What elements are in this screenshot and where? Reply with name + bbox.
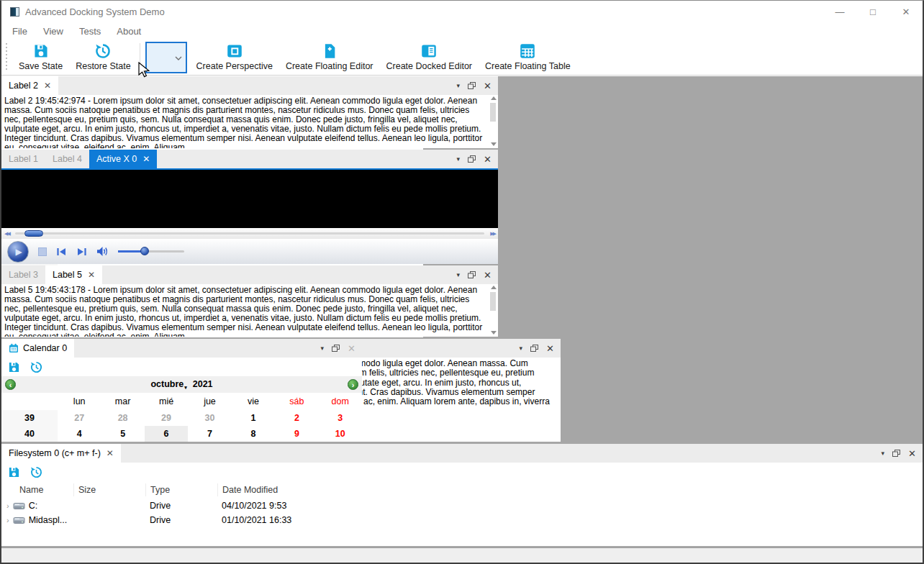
close-icon[interactable]: ✕ xyxy=(484,154,492,165)
tab-label-3[interactable]: Label 3 xyxy=(1,265,45,284)
perspective-combobox[interactable] xyxy=(145,42,187,73)
fast-forward-icon[interactable]: ▶▶ xyxy=(490,231,495,237)
calendar-day[interactable]: 27 xyxy=(58,410,101,426)
tab-calendar-0[interactable]: Calendar 0 xyxy=(1,339,74,358)
save-state-button[interactable]: Save State xyxy=(12,41,69,74)
create-floating-table-button[interactable]: Create Floating Table xyxy=(479,41,577,74)
close-icon[interactable]: ✕ xyxy=(484,270,492,281)
expander-icon[interactable]: › xyxy=(6,516,9,524)
scroll-up-icon[interactable] xyxy=(491,286,497,289)
tab-menu-icon[interactable]: ▾ xyxy=(457,82,461,89)
save-icon[interactable] xyxy=(8,466,20,478)
seek-handle[interactable] xyxy=(24,230,43,237)
close-icon[interactable]: ✕ xyxy=(107,448,114,458)
scroll-down-icon[interactable] xyxy=(491,142,497,146)
create-floating-editor-button[interactable]: Create Floating Editor xyxy=(279,41,380,74)
tab-menu-icon[interactable]: ▾ xyxy=(882,450,885,457)
menu-item[interactable]: View xyxy=(35,26,71,37)
close-icon[interactable]: ✕ xyxy=(88,270,95,280)
tab-label-4[interactable]: Label 4 xyxy=(45,150,89,168)
close-icon[interactable]: ✕ xyxy=(908,448,916,459)
rewind-icon[interactable]: ◀◀ xyxy=(4,231,9,237)
table-row[interactable]: › C: Drive 04/10/2021 9:53 xyxy=(1,499,923,513)
window-minimize-button[interactable]: — xyxy=(823,1,856,22)
seek-bar: ◀◀ ▶▶ xyxy=(1,228,498,239)
tab-label-5[interactable]: Label 5 ✕ xyxy=(45,265,102,284)
calendar-day[interactable]: 30 xyxy=(188,410,231,426)
tab-menu-icon[interactable]: ▾ xyxy=(520,345,523,352)
column-header[interactable]: Name xyxy=(1,483,73,496)
expander-icon[interactable]: › xyxy=(6,501,9,510)
calendar-day[interactable]: 28 xyxy=(101,410,144,426)
calendar-day[interactable]: 6 xyxy=(145,426,188,442)
close-icon[interactable]: ✕ xyxy=(546,343,554,354)
menu-item[interactable]: About xyxy=(109,26,149,37)
scrollbar[interactable] xyxy=(490,96,497,146)
previous-button[interactable] xyxy=(56,247,67,256)
restore-icon[interactable] xyxy=(30,466,42,478)
float-icon[interactable] xyxy=(530,345,538,352)
restore-state-button[interactable]: Restore State xyxy=(69,41,137,74)
restore-icon[interactable] xyxy=(30,361,42,373)
year-label[interactable]: 2021 xyxy=(193,379,213,389)
column-header[interactable]: Size xyxy=(73,483,145,496)
next-button[interactable] xyxy=(76,247,87,256)
calendar-day[interactable]: 1 xyxy=(232,410,275,426)
stop-button[interactable] xyxy=(38,247,47,256)
menu-item[interactable]: Tests xyxy=(71,26,109,37)
tab-label: Label 2 xyxy=(9,81,38,91)
prev-month-icon[interactable]: ‹ xyxy=(5,379,16,390)
calendar-day[interactable]: 9 xyxy=(275,426,318,442)
save-icon[interactable] xyxy=(8,361,20,373)
float-icon[interactable] xyxy=(468,82,476,89)
tab-menu-icon[interactable]: ▾ xyxy=(321,345,325,352)
calendar-day[interactable]: 8 xyxy=(232,426,275,442)
volume-slider[interactable] xyxy=(118,250,184,253)
next-month-icon[interactable]: › xyxy=(348,379,358,390)
calendar-day[interactable]: 3 xyxy=(319,410,362,426)
tab-label-1[interactable]: Label 1 xyxy=(1,150,45,168)
scroll-down-icon[interactable] xyxy=(491,331,497,335)
tab-filesystem-0[interactable]: Filesystem 0 (c+ m+ f-) ✕ xyxy=(1,444,121,463)
calendar-day[interactable]: 10 xyxy=(319,426,362,442)
volume-icon[interactable] xyxy=(96,246,109,257)
table-row[interactable]: › Midaspl... Drive 01/10/2021 16:33 xyxy=(1,513,923,527)
menu-item[interactable]: File xyxy=(4,26,35,37)
close-icon[interactable]: ✕ xyxy=(44,81,51,91)
tab-menu-icon[interactable]: ▾ xyxy=(457,155,461,163)
calendar-day[interactable]: 2 xyxy=(275,410,318,426)
close-icon[interactable]: ✕ xyxy=(484,81,492,91)
calendar-title[interactable]: octubre▾2021 xyxy=(16,379,348,391)
float-icon[interactable] xyxy=(892,450,900,457)
scrollbar[interactable] xyxy=(490,286,497,335)
close-icon[interactable]: ✕ xyxy=(142,154,150,164)
close-icon[interactable]: ✕ xyxy=(348,343,355,354)
tree-header: Name Size Type Date Modified xyxy=(1,481,923,499)
float-icon[interactable] xyxy=(468,271,476,278)
create-docked-editor-button[interactable]: Create Docked Editor xyxy=(380,41,479,74)
create-perspective-button[interactable]: Create Perspective xyxy=(190,41,279,74)
scroll-up-icon[interactable] xyxy=(491,96,497,100)
column-header[interactable]: Date Modified xyxy=(217,483,923,496)
label5-text: Label 5 19:45:43:178 - Lorem ipsum dolor… xyxy=(1,284,498,337)
toolbar-drag-handle[interactable] xyxy=(4,43,9,72)
calendar-day[interactable]: 4 xyxy=(58,426,101,442)
month-label[interactable]: octubre xyxy=(150,379,184,389)
calendar-day[interactable]: 29 xyxy=(145,410,188,426)
float-icon[interactable] xyxy=(332,345,340,352)
seek-track[interactable] xyxy=(15,232,484,235)
window-maximize-button[interactable]: □ xyxy=(856,1,889,22)
scroll-thumb[interactable] xyxy=(490,292,496,311)
window-close-button[interactable]: ✕ xyxy=(889,1,923,22)
panel-title-buttons: ▾ ✕ xyxy=(457,76,498,95)
tab-menu-icon[interactable]: ▾ xyxy=(457,271,461,278)
volume-handle[interactable] xyxy=(140,247,149,255)
tab-active-x-0[interactable]: Active X 0 ✕ xyxy=(89,150,157,168)
calendar-day[interactable]: 7 xyxy=(188,426,231,442)
float-icon[interactable] xyxy=(468,155,476,163)
calendar-day[interactable]: 5 xyxy=(101,426,144,442)
play-button[interactable]: ▶ xyxy=(7,241,29,263)
column-header[interactable]: Type xyxy=(145,483,217,496)
tab-label-2[interactable]: Label 2 ✕ xyxy=(1,76,58,95)
scroll-thumb[interactable] xyxy=(490,103,496,122)
